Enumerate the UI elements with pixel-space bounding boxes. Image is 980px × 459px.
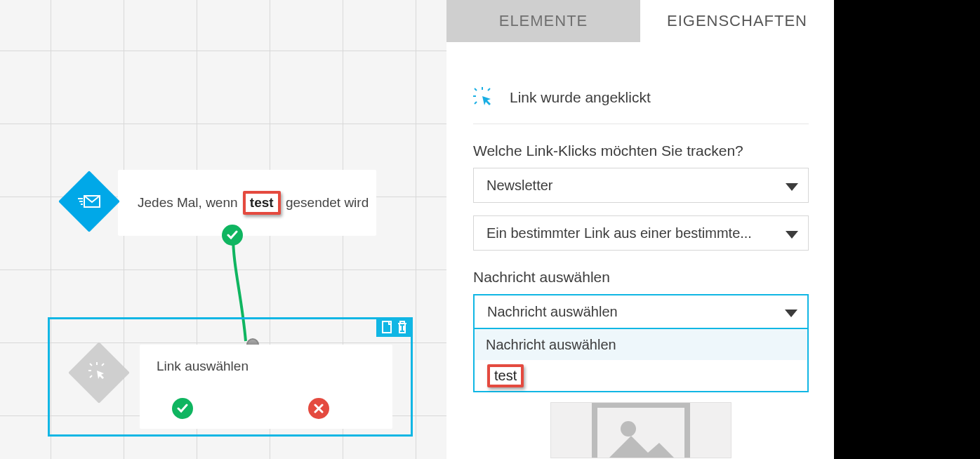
panel-tabs: ELEMENTE EIGENSCHAFTEN [446, 0, 834, 42]
node-highlighted-value: test [243, 191, 281, 215]
svg-point-16 [621, 421, 636, 437]
trigger-diamond-icon [58, 171, 120, 232]
copy-icon [380, 320, 393, 334]
right-black-strip [834, 0, 980, 459]
svg-line-7 [90, 364, 92, 366]
svg-line-13 [488, 88, 490, 91]
message-select-value: Nachricht auswählen [487, 304, 618, 320]
svg-rect-4 [383, 321, 391, 333]
chevron-down-icon [785, 310, 797, 317]
trash-icon [396, 320, 409, 334]
message-preview-thumbnail [550, 402, 731, 458]
chevron-down-icon [786, 231, 798, 239]
panel-title: Link wurde angeklickt [510, 89, 651, 106]
tab-properties[interactable]: EIGENSCHAFTEN [640, 0, 834, 42]
duplicate-node-button[interactable] [380, 320, 393, 334]
svg-line-9 [90, 375, 92, 378]
svg-line-12 [475, 88, 477, 91]
message-select[interactable]: Nachricht auswählen [473, 294, 809, 329]
track-type-value: Newsletter [486, 178, 552, 194]
node-label: Link auswählen [157, 359, 249, 373]
node-toolbar [376, 317, 413, 337]
image-placeholder-icon [592, 402, 690, 458]
workflow-node-trigger[interactable]: Jedes Mal, wenn test gesendet wird [118, 170, 376, 236]
workflow-node-link-click[interactable]: Link auswählen [140, 345, 392, 429]
node-valid-badge [222, 225, 243, 246]
message-option-test-label: test [487, 364, 524, 387]
link-scope-select[interactable]: Ein bestimmter Link aus einer bestimmte.… [473, 215, 809, 251]
x-icon [314, 404, 324, 413]
properties-panel: ELEMENTE EIGENSCHAFTEN Link wurde angekl… [446, 0, 834, 459]
svg-line-14 [475, 102, 477, 104]
link-scope-value: Ein bestimmter Link aus einer bestimmte.… [486, 225, 752, 241]
check-icon [177, 404, 188, 413]
workflow-canvas[interactable]: Jedes Mal, wenn test gesendet wird [0, 0, 446, 459]
cursor-click-icon [88, 362, 110, 383]
mail-send-icon [77, 193, 101, 210]
tab-elements[interactable]: ELEMENTE [446, 0, 640, 42]
message-option-placeholder[interactable]: Nachricht auswählen [475, 329, 807, 360]
node-text-prefix: Jedes Mal, wenn [138, 195, 238, 211]
track-type-select[interactable]: Newsletter [473, 168, 809, 203]
node-text-suffix: gesendet wird [286, 195, 369, 211]
cursor-click-icon [473, 87, 494, 108]
message-select-label: Nachricht auswählen [473, 269, 809, 286]
branch-yes-badge[interactable] [172, 398, 193, 419]
message-select-dropdown: Nachricht auswählen test [473, 329, 809, 392]
track-question-label: Welche Link-Klicks möchten Sie tracken? [473, 142, 809, 159]
delete-node-button[interactable] [396, 320, 409, 334]
chevron-down-icon [786, 183, 798, 191]
panel-title-row: Link wurde angeklickt [473, 63, 809, 124]
check-icon [227, 230, 238, 240]
message-option-test[interactable]: test [475, 360, 807, 391]
svg-line-8 [102, 364, 104, 366]
branch-no-badge[interactable] [308, 398, 329, 419]
